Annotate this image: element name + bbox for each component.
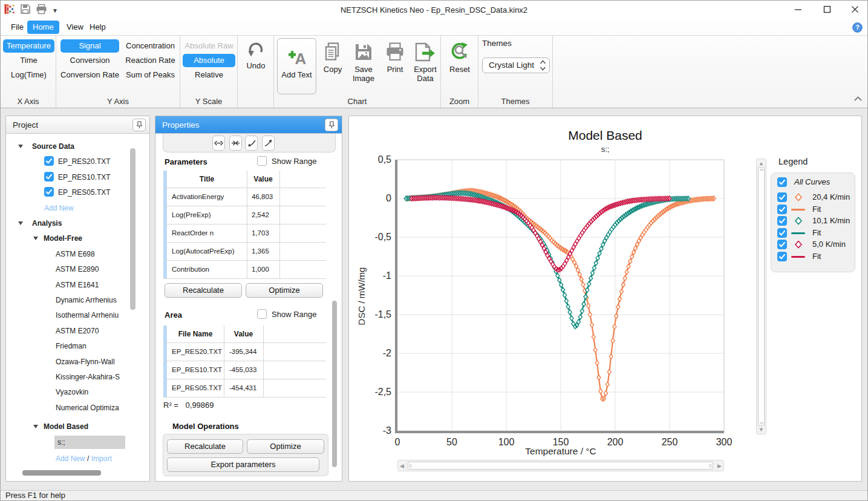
parameters-optimize-button[interactable]: Optimize xyxy=(246,283,323,298)
close-button[interactable] xyxy=(846,5,864,15)
copy-icon[interactable] xyxy=(322,42,343,65)
tree-item[interactable]: Kissinger-Akahira-S xyxy=(56,370,120,384)
tree-group[interactable]: Analysis xyxy=(32,216,62,231)
tree-item[interactable]: Isothermal Arrheniu xyxy=(56,308,119,323)
print-large-icon[interactable] xyxy=(385,42,405,65)
export-parameters-button[interactable]: Export parameters xyxy=(167,457,319,472)
table-cell[interactable]: EP_RES10.TXT xyxy=(172,361,222,379)
undo-label[interactable]: Undo xyxy=(238,61,274,70)
curve-lower-left-icon[interactable] xyxy=(245,136,258,151)
add-new-link[interactable]: Add New xyxy=(56,454,85,463)
table-cell[interactable]: EP_RES05.TXT xyxy=(172,379,222,397)
legend-item-checkbox[interactable] xyxy=(777,192,787,202)
chart-vertical-scrollbar[interactable]: ▲ ▼ xyxy=(756,159,766,434)
table-cell[interactable]: ReactOrder n xyxy=(172,224,214,242)
add-text-button[interactable]: A Add Text xyxy=(277,38,316,94)
y-axis-conversion-rate-button[interactable]: Conversion Rate xyxy=(60,68,119,82)
table-cell[interactable]: Contribution xyxy=(172,260,209,278)
table-cell[interactable]: 1,000 xyxy=(252,260,269,278)
zoom-reset-icon[interactable] xyxy=(449,41,470,64)
tree-item-checkbox[interactable] xyxy=(44,187,54,197)
curve-upper-right-icon[interactable] xyxy=(262,136,275,151)
project-vertical-scrollbar[interactable] xyxy=(130,148,135,310)
legend-item-checkbox[interactable] xyxy=(777,240,787,249)
tree-item[interactable]: ASTM E1641 xyxy=(56,278,99,292)
table-cell[interactable]: ActivationEnergy xyxy=(172,188,224,206)
table-cell[interactable]: 2,542 xyxy=(252,206,269,224)
tree-item[interactable]: Friedman xyxy=(56,339,86,353)
x-axis-time-button[interactable]: Time xyxy=(3,54,54,67)
export-data-label[interactable]: Export Data xyxy=(405,65,446,83)
tree-expander-icon[interactable] xyxy=(33,237,38,240)
tree-group[interactable]: Source Data xyxy=(32,139,74,154)
parameters-recalculate-button[interactable]: Recalculate xyxy=(165,283,242,298)
tree-item[interactable]: EP_RES05.TXT xyxy=(58,185,111,200)
tree-item-checkbox[interactable] xyxy=(44,156,54,166)
collapse-horizontal-icon[interactable] xyxy=(229,136,242,151)
table-cell[interactable]: Log(AutocatPreExp) xyxy=(172,242,235,260)
table-cell[interactable]: EP_RES20.TXT xyxy=(172,342,222,361)
scroll-left-icon[interactable]: ◀ xyxy=(400,463,404,469)
chart-horizontal-scrollbar[interactable]: ◀ ▶ xyxy=(397,460,724,471)
import-link[interactable]: Import xyxy=(91,454,112,463)
parameters-show-range-checkbox[interactable] xyxy=(257,156,267,166)
y-axis-reaction-rate-button[interactable]: Reaction Rate xyxy=(122,54,179,67)
tree-expander-icon[interactable] xyxy=(18,221,23,225)
undo-icon[interactable] xyxy=(246,41,266,61)
area-show-range-checkbox[interactable] xyxy=(257,309,267,319)
save-image-icon[interactable] xyxy=(353,42,374,65)
x-axis-logtime-button[interactable]: Log(Time) xyxy=(3,68,54,82)
tree-item[interactable]: Dynamic Arrhenius xyxy=(56,293,117,307)
tree-group[interactable]: Model-Free xyxy=(44,231,82,246)
table-cell[interactable]: 1,703 xyxy=(252,224,269,242)
table-cell[interactable]: Log(PreExp) xyxy=(172,206,211,224)
tree-item[interactable]: Numerical Optimiza xyxy=(56,401,119,415)
scroll-down-icon[interactable]: ▼ xyxy=(759,427,764,433)
legend-item-checkbox[interactable] xyxy=(777,205,787,214)
properties-vertical-scrollbar[interactable] xyxy=(332,301,337,467)
zoom-reset-label[interactable]: Reset xyxy=(441,65,478,74)
themes-dropdown[interactable]: Crystal Light xyxy=(482,57,550,73)
table-cell[interactable]: 1,365 xyxy=(252,242,269,260)
scroll-right-icon[interactable]: ▶ xyxy=(717,463,722,469)
export-data-icon[interactable] xyxy=(414,42,436,65)
tree-expander-icon[interactable] xyxy=(18,145,23,148)
tree-group[interactable]: Model Based xyxy=(44,419,88,434)
legend-all-checkbox[interactable] xyxy=(777,177,787,187)
project-horizontal-scrollbar[interactable] xyxy=(22,470,101,476)
tree-item[interactable]: ASTM E698 xyxy=(56,247,95,261)
help-icon[interactable]: ? xyxy=(852,22,863,35)
add-new-link[interactable]: Add New xyxy=(44,201,74,215)
tree-item[interactable]: ASTM E2070 xyxy=(56,324,99,338)
table-cell[interactable]: -455,033 xyxy=(229,361,256,379)
y-axis-conversion-button[interactable]: Conversion xyxy=(60,54,119,67)
tree-item[interactable]: EP_RES20.TXT xyxy=(58,154,111,169)
menu-file[interactable]: File xyxy=(5,21,29,34)
tree-item-checkbox[interactable] xyxy=(44,172,54,182)
minimize-button[interactable] xyxy=(789,5,807,15)
y-axis-sum-of-peaks-button[interactable]: Sum of Peaks xyxy=(122,68,179,82)
chart-horizontal-scrollbar-thumb[interactable] xyxy=(408,462,713,470)
model-optimize-button[interactable]: Optimize xyxy=(247,439,324,454)
tree-item-selected[interactable]: s:; xyxy=(54,436,125,449)
table-cell[interactable]: 46,803 xyxy=(252,188,273,206)
y-axis-concentration-button[interactable]: Concentration xyxy=(122,39,179,53)
legend-item-checkbox[interactable] xyxy=(777,228,787,238)
scroll-up-icon[interactable]: ▲ xyxy=(759,160,764,166)
project-pin-button[interactable] xyxy=(132,119,146,131)
ribbon-collapse-icon[interactable] xyxy=(853,93,863,104)
table-cell[interactable]: -395,344 xyxy=(229,342,256,361)
menu-home[interactable]: Home xyxy=(27,21,59,34)
y-scale-absolute-button[interactable]: Absolute xyxy=(183,54,235,67)
tree-item[interactable]: Ozawa-Flynn-Wall xyxy=(56,355,115,369)
spinner-icon[interactable] xyxy=(540,59,546,77)
menu-help[interactable]: Help xyxy=(84,21,111,34)
tree-expander-icon[interactable] xyxy=(33,425,38,428)
model-recalculate-button[interactable]: Recalculate xyxy=(167,439,243,454)
legend-item-checkbox[interactable] xyxy=(777,252,787,261)
tree-item[interactable]: EP_RES10.TXT xyxy=(58,170,111,185)
tree-item[interactable]: ASTM E2890 xyxy=(56,262,99,277)
tree-item[interactable]: Vyazovkin xyxy=(56,385,88,399)
expand-horizontal-icon[interactable] xyxy=(212,136,225,151)
maximize-button[interactable] xyxy=(818,5,836,15)
